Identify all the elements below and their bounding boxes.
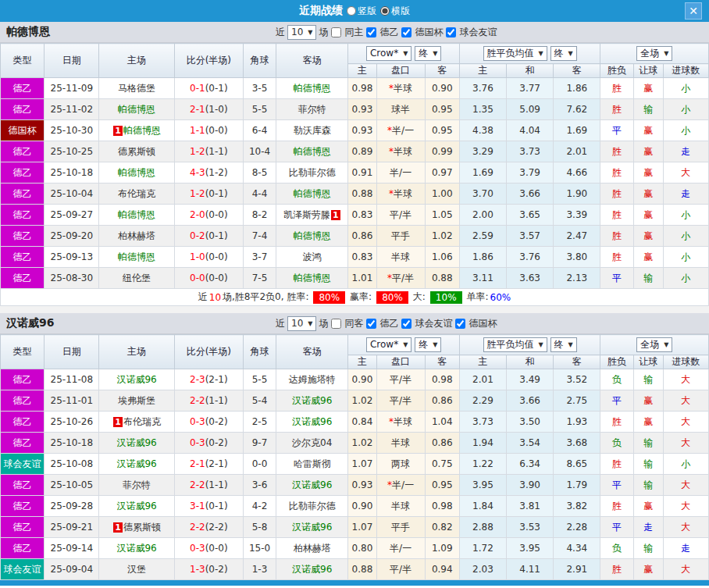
away-team-name[interactable]: 帕德博恩	[294, 146, 331, 157]
col-date: 日期	[45, 335, 99, 369]
vertical-radio-input[interactable]	[347, 6, 356, 16]
home-team-cell: 马格德堡	[99, 78, 174, 99]
winlose-result-cell: 负	[600, 538, 633, 559]
col-mean-away: 客	[554, 355, 600, 369]
horizontal-radio-input[interactable]	[380, 6, 390, 16]
away-team-name[interactable]: 汉诺威96	[292, 479, 332, 490]
comp-checkbox[interactable]	[366, 27, 376, 37]
mean-select[interactable]: 胜平负均值▼	[483, 46, 547, 61]
away-team-name[interactable]: 波鸿	[303, 251, 322, 262]
match-row: 德乙25-09-28汉诺威963-1(0-1)4-2比勒菲尔德0.90半球0.9…	[1, 496, 709, 517]
away-team-name[interactable]: 帕德博恩	[294, 273, 331, 283]
home-team-name[interactable]: 汉诺威96	[116, 374, 156, 385]
mean-draw-cell: 4.04	[507, 120, 554, 141]
away-team-name[interactable]: 汉诺威96	[292, 522, 332, 533]
away-team-name[interactable]: 沙尔克04	[292, 437, 332, 448]
score-cell: 2-2(2-2)	[174, 517, 243, 538]
odds-provider-select[interactable]: Crow*▼	[366, 46, 412, 61]
home-team-name[interactable]: 纽伦堡	[123, 273, 151, 283]
layout-radio-horizontal[interactable]: 横版	[380, 5, 410, 18]
home-team-name[interactable]: 马格德堡	[118, 83, 155, 94]
home-team-name[interactable]: 布伦瑞克	[118, 188, 155, 199]
away-team-name[interactable]: 帕德博恩	[294, 188, 331, 199]
mean-home-cell: 3.76	[459, 78, 506, 99]
home-team-name[interactable]: 汉诺威96	[116, 458, 156, 469]
close-button[interactable]: ✕	[685, 2, 702, 20]
same-away-checkbox[interactable]	[331, 319, 341, 329]
col-goals: 进球数	[663, 355, 708, 369]
odds-final-select[interactable]: 终▼	[415, 337, 441, 352]
home-team-cell: 菲尔特	[99, 475, 174, 496]
same-home-checkbox[interactable]	[331, 27, 341, 37]
away-team-name[interactable]: 哈雷斯彻	[294, 458, 331, 469]
corners-cell: 3-7	[243, 247, 276, 268]
handicap-result-cell: 赢	[633, 162, 663, 184]
mean-group-header: 胜平负均值▼ 终▼	[459, 44, 600, 64]
home-team-name[interactable]: 菲尔特	[123, 479, 151, 490]
mean-away-cell: 2.91	[554, 559, 600, 580]
col-odds-away: 客	[425, 355, 459, 369]
winlose-result-cell: 胜	[600, 412, 633, 433]
mean-away-cell: 2.01	[554, 141, 600, 162]
home-team-name[interactable]: 柏林赫塔	[118, 230, 155, 241]
odds-away-cell: 0.82	[425, 517, 459, 538]
goals-result-cell: 小	[663, 120, 708, 141]
comp-checkbox[interactable]	[446, 27, 456, 37]
handicap-cell: 半/一	[376, 162, 425, 184]
corners-cell: 6-4	[243, 120, 276, 141]
odds-final-select[interactable]: 终▼	[415, 46, 441, 61]
mean-final-select[interactable]: 终▼	[550, 46, 577, 61]
match-row: 球会友谊25-10-08汉诺威962-1(2-1)0-0哈雷斯彻1.07两球0.…	[1, 454, 709, 475]
away-team-name[interactable]: 汉诺威96	[292, 395, 332, 406]
home-team-name[interactable]: 德累斯顿	[123, 522, 161, 533]
home-team-name[interactable]: 埃弗斯堡	[118, 395, 155, 406]
away-team-name[interactable]: 菲尔特	[298, 104, 326, 115]
away-team-name[interactable]: 柏林赫塔	[294, 543, 331, 554]
layout-radio-vertical[interactable]: 竖版	[347, 5, 376, 18]
home-team-name[interactable]: 汉诺威96	[116, 437, 156, 448]
home-team-name[interactable]: 汉堡	[127, 564, 146, 575]
away-team-name[interactable]: 达姆施塔特	[289, 374, 336, 385]
home-team-name[interactable]: 帕德博恩	[118, 104, 155, 115]
away-team-name[interactable]: 比勒菲尔德	[289, 167, 336, 178]
home-team-name[interactable]: 汉诺威96	[116, 543, 156, 554]
fulltime-select[interactable]: 全场▼	[636, 46, 672, 61]
home-team-cell: 汉诺威96	[99, 454, 174, 475]
away-team-name[interactable]: 比勒菲尔德	[289, 501, 336, 511]
away-team-name[interactable]: 帕德博恩	[294, 83, 331, 94]
winlose-result-cell: 胜	[600, 559, 633, 580]
home-team-name[interactable]: 帕德博恩	[118, 251, 155, 262]
match-count-select[interactable]: 10▼	[287, 25, 316, 40]
away-team-cell: 帕德博恩	[276, 141, 348, 162]
score-cell: 2-2(1-1)	[174, 390, 243, 412]
home-team-name[interactable]: 德累斯顿	[118, 146, 155, 157]
away-team-name[interactable]: 勒沃库森	[294, 125, 331, 136]
match-count-select[interactable]: 10▼	[287, 316, 316, 331]
home-team-name[interactable]: 汉诺威96	[116, 501, 156, 511]
fulltime-select[interactable]: 全场▼	[636, 337, 672, 352]
comp-checkbox[interactable]	[455, 319, 465, 329]
handicap-cell: *半/一	[376, 475, 425, 496]
home-team-name[interactable]: 布伦瑞克	[123, 416, 161, 427]
comp-checkbox[interactable]	[401, 27, 412, 37]
goals-result-cell: 走	[663, 141, 708, 162]
odds-home-cell: 1.01	[348, 268, 376, 289]
home-team-name[interactable]: 帕德博恩	[118, 209, 155, 220]
away-team-name[interactable]: 汉诺威96	[292, 416, 332, 427]
away-team-name[interactable]: 汉诺威96	[292, 564, 332, 575]
comp-checkbox[interactable]	[401, 319, 412, 329]
mean-home-cell: 4.38	[459, 120, 506, 141]
away-team-name[interactable]: 帕德博恩	[294, 230, 331, 241]
mean-away-cell: 4.34	[554, 538, 600, 559]
home-team-name[interactable]: 帕德博恩	[123, 125, 161, 136]
mean-final-select[interactable]: 终▼	[550, 337, 577, 352]
corners-cell: 3-5	[243, 78, 276, 99]
match-type-badge: 德乙	[1, 369, 45, 390]
home-team-name[interactable]: 帕德博恩	[118, 167, 155, 178]
away-team-name[interactable]: 凯泽斯劳滕	[283, 209, 330, 220]
odds-provider-select[interactable]: Crow*▼	[366, 337, 412, 352]
col-type: 类型	[1, 44, 45, 78]
comp-checkbox[interactable]	[366, 319, 376, 329]
rank-badge: 1	[113, 417, 123, 427]
mean-select[interactable]: 胜平负均值▼	[483, 337, 547, 352]
